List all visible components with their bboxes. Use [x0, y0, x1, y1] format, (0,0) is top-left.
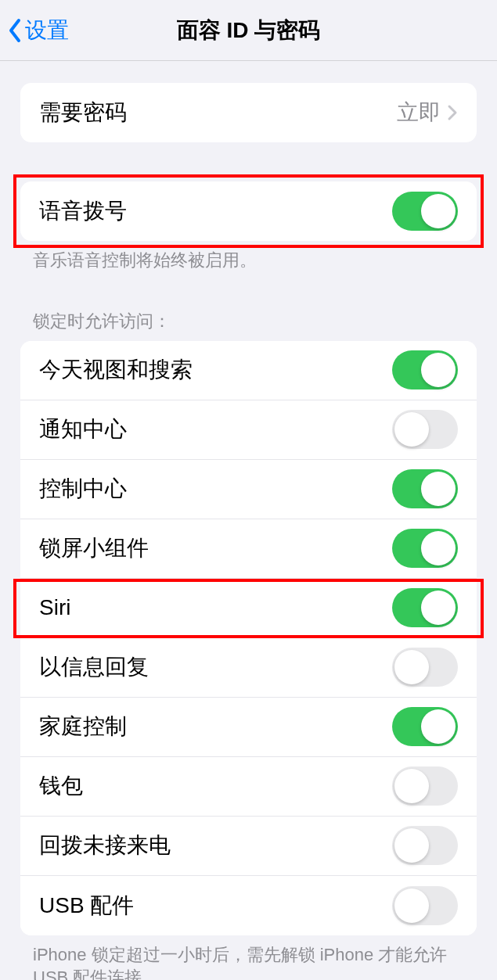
lock-access-row: Siri — [20, 579, 477, 638]
lock-access-toggle[interactable] — [392, 469, 458, 508]
lock-access-toggle[interactable] — [392, 886, 458, 925]
lock-access-label: 家庭控制 — [39, 712, 127, 741]
voice-dial-group: 语音拨号 — [20, 181, 477, 241]
lock-access-label: 控制中心 — [39, 474, 127, 504]
voice-dial-label: 语音拨号 — [39, 196, 127, 226]
require-passcode-value: 立即 — [397, 98, 441, 127]
lock-access-label: 今天视图和搜索 — [39, 355, 193, 385]
lock-access-label: 钱包 — [39, 771, 83, 801]
lock-access-row: 锁屏小组件 — [20, 519, 477, 579]
lock-access-toggle[interactable] — [392, 529, 458, 568]
lock-access-toggle[interactable] — [392, 826, 458, 865]
lock-access-toggle[interactable] — [392, 648, 458, 687]
chevron-left-icon — [8, 18, 22, 43]
back-button[interactable]: 设置 — [0, 16, 69, 45]
lock-access-label: USB 配件 — [39, 891, 134, 921]
lock-access-toggle[interactable] — [392, 410, 458, 449]
lock-access-label: 回拨未接来电 — [39, 831, 171, 860]
voice-dial-footer: 音乐语音控制将始终被启用。 — [0, 241, 497, 272]
lock-access-row: USB 配件 — [20, 876, 477, 935]
lock-access-toggle[interactable] — [392, 588, 458, 627]
lock-access-row: 以信息回复 — [20, 638, 477, 698]
lock-access-label: Siri — [39, 595, 70, 620]
require-passcode-group: 需要密码 立即 — [20, 83, 477, 142]
lock-access-header: 锁定时允许访问： — [0, 310, 497, 341]
lock-access-toggle[interactable] — [392, 350, 458, 389]
voice-dial-toggle[interactable] — [392, 192, 458, 231]
lock-access-toggle[interactable] — [392, 766, 458, 806]
lock-access-group: 今天视图和搜索通知中心控制中心锁屏小组件Siri以信息回复家庭控制钱包回拨未接来… — [20, 341, 477, 935]
lock-access-toggle[interactable] — [392, 707, 458, 746]
lock-access-row: 今天视图和搜索 — [20, 341, 477, 400]
require-passcode-row[interactable]: 需要密码 立即 — [20, 83, 477, 142]
lock-access-row: 回拨未接来电 — [20, 817, 477, 876]
lock-access-row: 控制中心 — [20, 460, 477, 519]
lock-access-row: 家庭控制 — [20, 698, 477, 757]
lock-access-label: 通知中心 — [39, 415, 127, 444]
lock-access-label: 锁屏小组件 — [39, 533, 149, 563]
page-title: 面容 ID 与密码 — [177, 16, 321, 45]
chevron-right-icon — [447, 104, 458, 121]
voice-dial-row: 语音拨号 — [20, 181, 477, 241]
lock-access-footer: iPhone 锁定超过一小时后，需先解锁 iPhone 才能允许 USB 配件连… — [0, 935, 497, 980]
back-label: 设置 — [25, 16, 69, 45]
lock-access-row: 通知中心 — [20, 400, 477, 460]
navigation-header: 设置 面容 ID 与密码 — [0, 0, 497, 61]
lock-access-label: 以信息回复 — [39, 652, 149, 682]
require-passcode-label: 需要密码 — [39, 98, 127, 127]
lock-access-row: 钱包 — [20, 757, 477, 817]
